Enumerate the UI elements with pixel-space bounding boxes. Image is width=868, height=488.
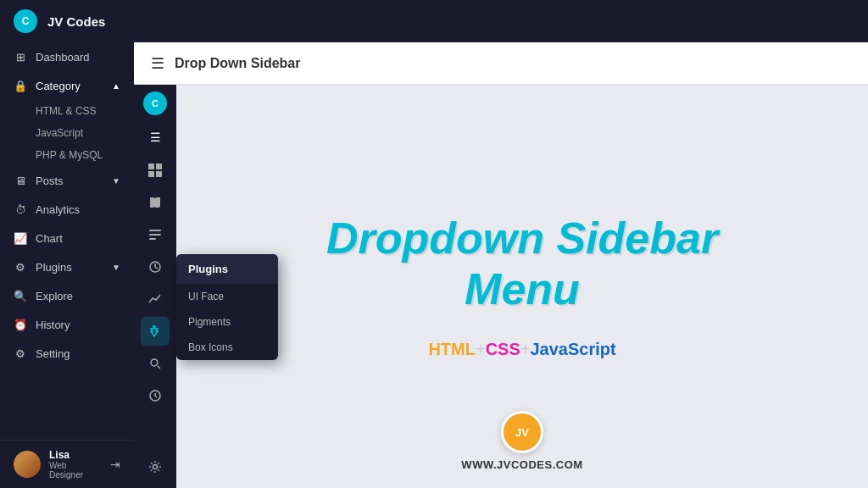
sidebar-label-plugins: Plugins — [36, 261, 72, 274]
plugins-dropdown: Plugins UI Face Pigments Box Icons — [176, 254, 278, 360]
top-bar: C JV Codes — [0, 0, 868, 42]
chevron-down-plugins-icon: ▼ — [112, 263, 120, 272]
user-info: Lisa Web Designer — [49, 449, 102, 480]
dropdown-header: Plugins — [176, 254, 278, 284]
watermark-url: WWW.JVCODES.COM — [461, 458, 582, 471]
svg-rect-1 — [156, 164, 162, 169]
sidebar: ⊞ Dashboard 🔒 Category ▲ HTML & CSS Java… — [0, 42, 134, 488]
sidebar-item-category[interactable]: 🔒 Category ▲ — [0, 71, 134, 100]
sidebar-item-history[interactable]: ⏰ History — [0, 310, 134, 339]
watermark: JV WWW.JVCODES.COM — [176, 411, 868, 471]
svg-point-8 — [151, 359, 158, 366]
mini-item-history[interactable] — [141, 381, 170, 410]
mini-item-chart[interactable] — [141, 285, 170, 313]
content-body: C ☰ — [134, 85, 868, 488]
explore-icon: 🔍 — [14, 289, 27, 302]
tech-badge: HTML + CSS + JavaScript — [428, 340, 615, 359]
sidebar-item-plugins[interactable]: ⚙ Plugins ▼ — [0, 252, 134, 281]
sidebar-label-posts: Posts — [36, 175, 64, 187]
topbar-title: JV Codes — [47, 14, 105, 29]
posts-icon: 🖥 — [14, 174, 27, 187]
content-area: ☰ Drop Down Sidebar C ☰ — [134, 42, 868, 488]
main-display: Dropdown Sidebar Menu HTML + CSS + JavaS… — [176, 85, 868, 488]
topbar-logo: C — [14, 9, 37, 33]
sidebar-label-analytics: Analytics — [36, 203, 80, 216]
mini-item-explore[interactable] — [141, 349, 170, 378]
user-role: Web Designer — [49, 461, 102, 480]
sidebar-item-analytics[interactable]: ⏱ Analytics — [0, 195, 134, 224]
user-name: Lisa — [49, 449, 102, 461]
svg-rect-4 — [149, 230, 161, 231]
chevron-down-icon: ▼ — [112, 176, 120, 186]
svg-point-10 — [153, 465, 158, 469]
main-title: Dropdown Sidebar Menu — [326, 214, 718, 315]
sidebar-item-setting[interactable]: ⚙ Setting — [0, 339, 134, 368]
plugins-icon: ⚙ — [14, 260, 27, 274]
sidebar-item-dashboard[interactable]: ⊞ Dashboard — [0, 42, 134, 71]
svg-rect-2 — [148, 171, 154, 177]
sidebar-subitem-html-css[interactable]: HTML & CSS — [0, 100, 134, 122]
svg-rect-5 — [149, 234, 161, 236]
mini-item-analytics[interactable] — [141, 252, 170, 281]
hamburger-icon[interactable]: ☰ — [151, 54, 164, 73]
sidebar-label-dashboard: Dashboard — [36, 51, 90, 64]
sidebar-item-chart[interactable]: 📈 Chart — [0, 224, 134, 252]
logout-icon[interactable]: ⇥ — [110, 458, 120, 471]
sidebar-label-explore: Explore — [36, 290, 73, 302]
analytics-icon: ⏱ — [14, 202, 27, 216]
mini-item-posts[interactable] — [141, 220, 170, 249]
sidebar-subitem-php[interactable]: PHP & MySQL — [0, 144, 134, 166]
plus1-label: + — [476, 340, 486, 359]
sidebar-item-explore[interactable]: 🔍 Explore — [0, 281, 134, 310]
svg-rect-0 — [148, 164, 154, 169]
avatar-image — [14, 451, 41, 478]
mini-sidebar-logo: C — [143, 92, 167, 115]
history-icon: ⏰ — [14, 318, 27, 331]
avatar — [14, 451, 41, 478]
sidebar-item-posts[interactable]: 🖥 Posts ▼ — [0, 166, 134, 195]
category-icon: 🔒 — [14, 79, 27, 92]
setting-icon: ⚙ — [14, 347, 27, 360]
mini-item-setting[interactable] — [141, 452, 170, 481]
sidebar-subitem-javascript[interactable]: JavaScript — [0, 122, 134, 144]
html-label: HTML — [428, 340, 476, 359]
mini-item-category[interactable] — [141, 188, 170, 217]
chevron-up-icon: ▲ — [112, 81, 120, 91]
svg-rect-3 — [156, 171, 162, 177]
mini-item-dashboard[interactable] — [141, 156, 170, 185]
sidebar-sub-category: HTML & CSS JavaScript PHP & MySQL — [0, 100, 134, 166]
content-header: ☰ Drop Down Sidebar — [134, 42, 868, 85]
dropdown-item-pigments[interactable]: Pigments — [176, 309, 278, 335]
css-label: CSS — [486, 340, 520, 359]
dashboard-icon: ⊞ — [14, 50, 27, 64]
mini-hamburger-icon[interactable]: ☰ — [134, 124, 176, 147]
sidebar-label-category: Category — [36, 80, 81, 92]
main-layout: ⊞ Dashboard 🔒 Category ▲ HTML & CSS Java… — [0, 42, 868, 488]
chart-icon: 📈 — [14, 231, 27, 245]
sidebar-label-chart: Chart — [36, 232, 63, 245]
sidebar-bottom: Lisa Web Designer ⇥ — [0, 440, 134, 488]
sidebar-label-setting: Setting — [36, 347, 70, 360]
content-header-title: Drop Down Sidebar — [175, 56, 300, 71]
sidebar-label-history: History — [36, 319, 70, 331]
watermark-circle: JV — [501, 411, 543, 453]
dropdown-item-boxicons[interactable]: Box Icons — [176, 335, 278, 360]
mini-item-plugins[interactable] — [141, 317, 170, 346]
svg-rect-6 — [149, 238, 156, 240]
dropdown-item-uiface[interactable]: UI Face — [176, 284, 278, 309]
mini-sidebar: C ☰ — [134, 85, 176, 488]
plus2-label: + — [520, 340, 531, 359]
js-label: JavaScript — [530, 340, 615, 359]
